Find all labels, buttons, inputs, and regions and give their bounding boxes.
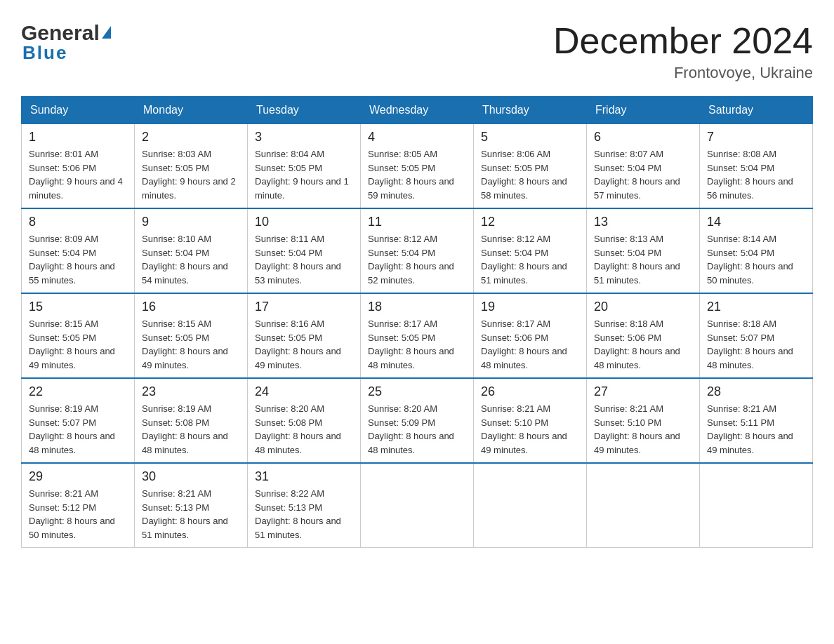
month-title: December 2024 bbox=[553, 21, 813, 61]
table-row: 11 Sunrise: 8:12 AM Sunset: 5:04 PM Dayl… bbox=[361, 208, 474, 293]
day-number: 19 bbox=[481, 300, 579, 314]
day-number: 2 bbox=[142, 130, 240, 145]
calendar-header-row: Sunday Monday Tuesday Wednesday Thursday… bbox=[22, 97, 813, 124]
table-row: 7 Sunrise: 8:08 AM Sunset: 5:04 PM Dayli… bbox=[700, 124, 813, 209]
calendar-week-row: 8 Sunrise: 8:09 AM Sunset: 5:04 PM Dayli… bbox=[22, 208, 813, 293]
day-number: 24 bbox=[255, 384, 353, 399]
day-info: Sunrise: 8:19 AM Sunset: 5:07 PM Dayligh… bbox=[29, 402, 127, 457]
day-number: 15 bbox=[29, 300, 127, 314]
day-number: 27 bbox=[594, 384, 692, 399]
day-number: 26 bbox=[481, 384, 579, 399]
col-thursday: Thursday bbox=[474, 97, 587, 124]
day-info: Sunrise: 8:03 AM Sunset: 5:05 PM Dayligh… bbox=[142, 147, 240, 202]
day-number: 11 bbox=[368, 215, 466, 229]
day-number: 14 bbox=[707, 215, 805, 229]
day-number: 7 bbox=[707, 130, 805, 145]
table-row: 28 Sunrise: 8:21 AM Sunset: 5:11 PM Dayl… bbox=[700, 378, 813, 463]
table-row: 20 Sunrise: 8:18 AM Sunset: 5:06 PM Dayl… bbox=[587, 293, 700, 378]
title-section: December 2024 Frontovoye, Ukraine bbox=[553, 21, 813, 82]
table-row bbox=[361, 463, 474, 548]
day-info: Sunrise: 8:08 AM Sunset: 5:04 PM Dayligh… bbox=[707, 147, 805, 202]
day-info: Sunrise: 8:21 AM Sunset: 5:10 PM Dayligh… bbox=[594, 402, 692, 457]
day-info: Sunrise: 8:20 AM Sunset: 5:09 PM Dayligh… bbox=[368, 402, 466, 457]
table-row: 13 Sunrise: 8:13 AM Sunset: 5:04 PM Dayl… bbox=[587, 208, 700, 293]
day-number: 12 bbox=[481, 215, 579, 229]
table-row: 6 Sunrise: 8:07 AM Sunset: 5:04 PM Dayli… bbox=[587, 124, 700, 209]
day-info: Sunrise: 8:05 AM Sunset: 5:05 PM Dayligh… bbox=[368, 147, 466, 202]
day-number: 28 bbox=[707, 384, 805, 399]
logo-triangle-icon bbox=[102, 26, 111, 39]
day-number: 25 bbox=[368, 384, 466, 399]
table-row: 12 Sunrise: 8:12 AM Sunset: 5:04 PM Dayl… bbox=[474, 208, 587, 293]
table-row: 19 Sunrise: 8:17 AM Sunset: 5:06 PM Dayl… bbox=[474, 293, 587, 378]
table-row: 18 Sunrise: 8:17 AM Sunset: 5:05 PM Dayl… bbox=[361, 293, 474, 378]
day-number: 22 bbox=[29, 384, 127, 399]
day-info: Sunrise: 8:13 AM Sunset: 5:04 PM Dayligh… bbox=[594, 232, 692, 287]
day-info: Sunrise: 8:17 AM Sunset: 5:05 PM Dayligh… bbox=[368, 317, 466, 372]
day-info: Sunrise: 8:10 AM Sunset: 5:04 PM Dayligh… bbox=[142, 232, 240, 287]
day-number: 6 bbox=[594, 130, 692, 145]
day-info: Sunrise: 8:18 AM Sunset: 5:06 PM Dayligh… bbox=[594, 317, 692, 372]
day-number: 5 bbox=[481, 130, 579, 145]
day-info: Sunrise: 8:14 AM Sunset: 5:04 PM Dayligh… bbox=[707, 232, 805, 287]
day-info: Sunrise: 8:09 AM Sunset: 5:04 PM Dayligh… bbox=[29, 232, 127, 287]
table-row: 8 Sunrise: 8:09 AM Sunset: 5:04 PM Dayli… bbox=[22, 208, 135, 293]
table-row: 2 Sunrise: 8:03 AM Sunset: 5:05 PM Dayli… bbox=[135, 124, 248, 209]
table-row: 27 Sunrise: 8:21 AM Sunset: 5:10 PM Dayl… bbox=[587, 378, 700, 463]
table-row: 31 Sunrise: 8:22 AM Sunset: 5:13 PM Dayl… bbox=[248, 463, 361, 548]
day-info: Sunrise: 8:06 AM Sunset: 5:05 PM Dayligh… bbox=[481, 147, 579, 202]
day-info: Sunrise: 8:20 AM Sunset: 5:08 PM Dayligh… bbox=[255, 402, 353, 457]
calendar-week-row: 29 Sunrise: 8:21 AM Sunset: 5:12 PM Dayl… bbox=[22, 463, 813, 548]
day-number: 8 bbox=[29, 215, 127, 229]
table-row: 14 Sunrise: 8:14 AM Sunset: 5:04 PM Dayl… bbox=[700, 208, 813, 293]
day-info: Sunrise: 8:21 AM Sunset: 5:11 PM Dayligh… bbox=[707, 402, 805, 457]
day-number: 1 bbox=[29, 130, 127, 145]
table-row bbox=[700, 463, 813, 548]
table-row: 29 Sunrise: 8:21 AM Sunset: 5:12 PM Dayl… bbox=[22, 463, 135, 548]
day-info: Sunrise: 8:04 AM Sunset: 5:05 PM Dayligh… bbox=[255, 147, 353, 202]
table-row: 3 Sunrise: 8:04 AM Sunset: 5:05 PM Dayli… bbox=[248, 124, 361, 209]
day-info: Sunrise: 8:15 AM Sunset: 5:05 PM Dayligh… bbox=[29, 317, 127, 372]
table-row bbox=[474, 463, 587, 548]
day-number: 17 bbox=[255, 300, 353, 314]
col-friday: Friday bbox=[587, 97, 700, 124]
calendar-week-row: 15 Sunrise: 8:15 AM Sunset: 5:05 PM Dayl… bbox=[22, 293, 813, 378]
table-row: 25 Sunrise: 8:20 AM Sunset: 5:09 PM Dayl… bbox=[361, 378, 474, 463]
day-number: 21 bbox=[707, 300, 805, 314]
table-row: 9 Sunrise: 8:10 AM Sunset: 5:04 PM Dayli… bbox=[135, 208, 248, 293]
day-number: 30 bbox=[142, 469, 240, 484]
table-row: 23 Sunrise: 8:19 AM Sunset: 5:08 PM Dayl… bbox=[135, 378, 248, 463]
table-row: 16 Sunrise: 8:15 AM Sunset: 5:05 PM Dayl… bbox=[135, 293, 248, 378]
calendar-week-row: 1 Sunrise: 8:01 AM Sunset: 5:06 PM Dayli… bbox=[22, 124, 813, 209]
day-number: 23 bbox=[142, 384, 240, 399]
col-sunday: Sunday bbox=[22, 97, 135, 124]
day-info: Sunrise: 8:21 AM Sunset: 5:10 PM Dayligh… bbox=[481, 402, 579, 457]
table-row: 1 Sunrise: 8:01 AM Sunset: 5:06 PM Dayli… bbox=[22, 124, 135, 209]
day-info: Sunrise: 8:22 AM Sunset: 5:13 PM Dayligh… bbox=[255, 487, 353, 542]
day-number: 16 bbox=[142, 300, 240, 314]
day-info: Sunrise: 8:19 AM Sunset: 5:08 PM Dayligh… bbox=[142, 402, 240, 457]
day-number: 9 bbox=[142, 215, 240, 229]
day-info: Sunrise: 8:01 AM Sunset: 5:06 PM Dayligh… bbox=[29, 147, 127, 202]
logo: General Blue bbox=[21, 21, 111, 64]
logo-blue: Blue bbox=[22, 42, 67, 64]
col-saturday: Saturday bbox=[700, 97, 813, 124]
day-info: Sunrise: 8:21 AM Sunset: 5:12 PM Dayligh… bbox=[29, 487, 127, 542]
day-number: 29 bbox=[29, 469, 127, 484]
calendar-table: Sunday Monday Tuesday Wednesday Thursday… bbox=[21, 96, 813, 548]
day-info: Sunrise: 8:12 AM Sunset: 5:04 PM Dayligh… bbox=[481, 232, 579, 287]
day-number: 4 bbox=[368, 130, 466, 145]
table-row: 10 Sunrise: 8:11 AM Sunset: 5:04 PM Dayl… bbox=[248, 208, 361, 293]
table-row: 5 Sunrise: 8:06 AM Sunset: 5:05 PM Dayli… bbox=[474, 124, 587, 209]
table-row: 26 Sunrise: 8:21 AM Sunset: 5:10 PM Dayl… bbox=[474, 378, 587, 463]
day-info: Sunrise: 8:16 AM Sunset: 5:05 PM Dayligh… bbox=[255, 317, 353, 372]
day-number: 10 bbox=[255, 215, 353, 229]
col-wednesday: Wednesday bbox=[361, 97, 474, 124]
table-row: 30 Sunrise: 8:21 AM Sunset: 5:13 PM Dayl… bbox=[135, 463, 248, 548]
col-monday: Monday bbox=[135, 97, 248, 124]
day-number: 13 bbox=[594, 215, 692, 229]
table-row: 24 Sunrise: 8:20 AM Sunset: 5:08 PM Dayl… bbox=[248, 378, 361, 463]
day-number: 3 bbox=[255, 130, 353, 145]
logo-general: General bbox=[21, 21, 100, 45]
table-row: 21 Sunrise: 8:18 AM Sunset: 5:07 PM Dayl… bbox=[700, 293, 813, 378]
